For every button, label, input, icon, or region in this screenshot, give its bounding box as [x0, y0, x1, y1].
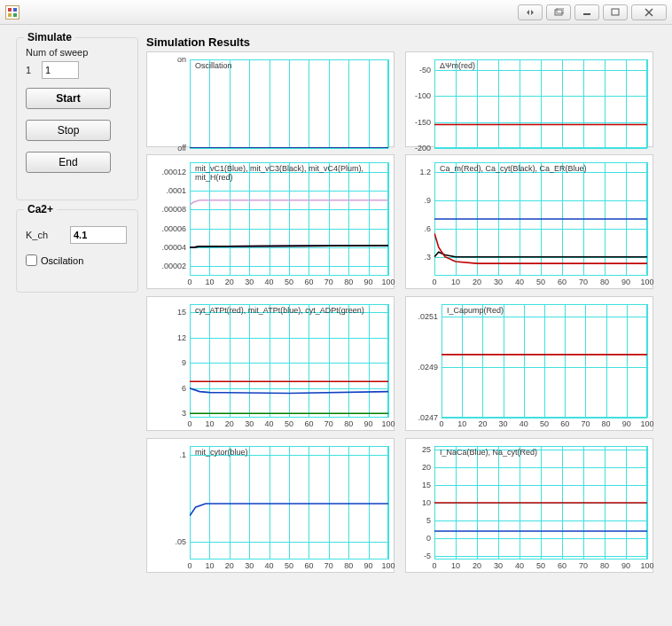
- chart-title: I_NaCa(Blue), Na_cyt(Red): [440, 448, 645, 457]
- simulate-group: Simulate Num of sweep 1 Start Stop End: [16, 37, 138, 200]
- svg-rect-7: [612, 9, 619, 15]
- maximize-button[interactable]: [603, 4, 628, 20]
- chart-icapump: I_Capump(Red).0251.0249.0247010203040506…: [405, 296, 653, 431]
- kch-input[interactable]: [70, 226, 127, 244]
- chart-mitvc: mit_vC1(Blue), mit_vC3(Black), mit_vC4(P…: [146, 154, 395, 289]
- svg-rect-1: [13, 8, 17, 12]
- chart-title: mit_vC1(Blue), mit_vC3(Black), mit_vC4(P…: [195, 164, 387, 182]
- simulate-legend: Simulate: [24, 31, 75, 43]
- chart-title: mit_cytor(blue): [195, 448, 387, 457]
- num-sweep-label: Num of sweep: [26, 47, 88, 58]
- kch-label: K_ch: [26, 230, 48, 240]
- results-label: Simulation Results: [146, 35, 250, 49]
- svg-rect-5: [557, 8, 564, 13]
- oscillation-checkbox[interactable]: Oscilation: [26, 254, 83, 266]
- titlebar: [0, 0, 672, 25]
- minimize-button[interactable]: [574, 4, 599, 20]
- window-help-button[interactable]: [518, 4, 543, 20]
- chart-title: Ca_m(Red), Ca_cyt(Black), Ca_ER(Blue): [440, 164, 645, 173]
- ca2-legend: Ca2+: [24, 203, 57, 215]
- svg-rect-0: [8, 8, 12, 12]
- chart-atp: cyt_ATPt(red), mit_ATPt(blue), cyt_ADPt(…: [146, 296, 395, 431]
- end-button[interactable]: End: [26, 152, 111, 173]
- oscillation-checkbox-input[interactable]: [26, 254, 37, 266]
- chart-dpsi: ΔΨm(red)-50-100-150-200: [405, 51, 653, 147]
- window-restore-help-button[interactable]: [546, 4, 571, 20]
- window-buttons: [518, 4, 667, 20]
- svg-rect-4: [555, 10, 562, 15]
- chart-cytor: mit_cytor(blue).1.0501020304050607080901…: [146, 438, 395, 573]
- close-button[interactable]: [631, 4, 667, 20]
- svg-rect-3: [13, 13, 17, 17]
- sweep-value-input[interactable]: [42, 61, 79, 79]
- oscillation-checkbox-label: Oscilation: [41, 255, 83, 266]
- ca2-group: Ca2+ K_ch Oscilation: [16, 209, 138, 293]
- chart-title: I_Capump(Red): [447, 306, 645, 315]
- chart-title: Oscillation: [195, 61, 387, 70]
- charts-area: OscillationonoffΔΨm(red)-50-100-150-200m…: [146, 51, 660, 614]
- sweep-index: 1: [26, 65, 31, 75]
- start-button[interactable]: Start: [26, 88, 111, 109]
- svg-rect-2: [8, 13, 12, 17]
- chart-osc: Oscillationonoff: [146, 51, 395, 147]
- chart-inaca: I_NaCa(Blue), Na_cyt(Red)2520151050-5010…: [405, 438, 653, 573]
- chart-title: ΔΨm(red): [440, 61, 645, 70]
- chart-title: cyt_ATPt(red), mit_ATPt(blue), cyt_ADPt(…: [195, 306, 387, 315]
- stop-button[interactable]: Stop: [26, 120, 111, 141]
- chart-cam: Ca_m(Red), Ca_cyt(Black), Ca_ER(Blue)1.2…: [405, 154, 653, 289]
- app-icon: [5, 5, 20, 20]
